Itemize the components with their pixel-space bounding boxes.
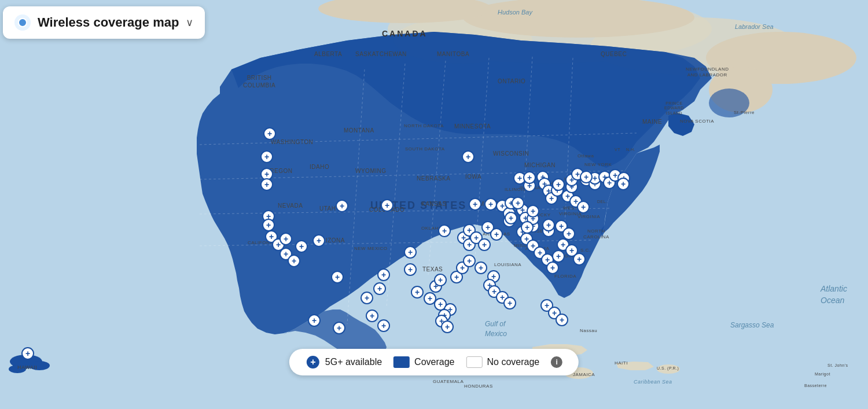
legend-5g-label: 5G+ available: [325, 357, 382, 367]
marker-26[interactable]: +: [411, 286, 424, 299]
coverage-color-box: [393, 356, 410, 368]
svg-point-13: [657, 364, 680, 374]
svg-point-8: [709, 89, 749, 117]
marker-43[interactable]: +: [503, 297, 516, 309]
marker-44[interactable]: +: [438, 224, 451, 237]
title-icon: [14, 14, 31, 31]
title-card[interactable]: Wireless coverage map ∨: [3, 6, 205, 39]
marker-76[interactable]: +: [573, 253, 586, 266]
marker-98[interactable]: +: [580, 171, 593, 183]
marker-13[interactable]: +: [308, 314, 321, 327]
marker-19[interactable]: +: [373, 282, 386, 295]
map-container: AtlanticOcean Sargasso Sea Gulf ofMexico…: [0, 0, 868, 409]
marker-11[interactable]: +: [279, 233, 292, 245]
marker-2[interactable]: +: [260, 150, 273, 163]
legend-no-coverage-item: No coverage: [466, 356, 539, 368]
marker-15[interactable]: +: [331, 271, 344, 283]
marker-49[interactable]: +: [478, 238, 491, 251]
no-coverage-color-box: [466, 356, 482, 368]
marker-51[interactable]: +: [490, 228, 503, 241]
marker-62[interactable]: +: [527, 205, 539, 218]
marker-78[interactable]: +: [505, 212, 517, 224]
marker-16[interactable]: +: [333, 322, 345, 334]
chevron-down-icon: ∨: [186, 16, 193, 29]
info-icon[interactable]: i: [551, 356, 562, 368]
marker-107[interactable]: +: [377, 319, 390, 332]
marker-69[interactable]: +: [552, 250, 565, 263]
marker-34[interactable]: +: [434, 274, 447, 286]
marker-106[interactable]: +: [556, 314, 568, 326]
marker-91[interactable]: +: [577, 201, 590, 213]
map-svg: [0, 0, 868, 409]
legend-no-coverage-label: No coverage: [487, 357, 539, 367]
marker-18[interactable]: +: [366, 309, 378, 322]
marker-32[interactable]: +: [441, 320, 454, 333]
marker-4[interactable]: +: [260, 178, 273, 191]
svg-point-10: [29, 361, 50, 370]
title-icon-inner: [18, 18, 27, 27]
legend-coverage-item: Coverage: [393, 356, 454, 368]
svg-point-11: [9, 365, 26, 373]
marker-hawaii[interactable]: +: [21, 347, 34, 360]
marker-38[interactable]: +: [475, 261, 487, 274]
marker-24[interactable]: +: [404, 263, 417, 276]
5g-icon: +: [306, 355, 321, 370]
marker-68[interactable]: +: [546, 261, 559, 274]
marker-17[interactable]: +: [361, 292, 373, 304]
legend-bar: + 5G+ available Coverage No coverage i: [289, 349, 579, 375]
title-text: Wireless coverage map: [38, 15, 179, 30]
marker-77[interactable]: +: [521, 221, 534, 234]
marker-12[interactable]: +: [295, 240, 308, 253]
marker-10[interactable]: +: [288, 255, 300, 267]
legend-coverage-label: Coverage: [414, 357, 454, 367]
marker-103[interactable]: +: [617, 178, 630, 190]
marker-25[interactable]: +: [404, 246, 417, 259]
marker-21[interactable]: +: [336, 200, 348, 212]
marker-22[interactable]: +: [462, 150, 475, 163]
marker-1[interactable]: +: [263, 127, 276, 140]
marker-14[interactable]: +: [312, 234, 325, 247]
marker-20[interactable]: +: [377, 268, 390, 281]
marker-53[interactable]: +: [484, 198, 497, 211]
marker-52[interactable]: +: [469, 198, 481, 211]
marker-6[interactable]: +: [262, 219, 275, 231]
marker-23[interactable]: +: [381, 199, 393, 212]
marker-71[interactable]: +: [542, 219, 555, 231]
marker-88[interactable]: +: [552, 178, 565, 191]
marker-79[interactable]: +: [512, 197, 524, 209]
legend-5g-item: + 5G+ available: [306, 355, 382, 370]
marker-37[interactable]: +: [463, 255, 476, 267]
marker-82[interactable]: +: [523, 171, 536, 184]
